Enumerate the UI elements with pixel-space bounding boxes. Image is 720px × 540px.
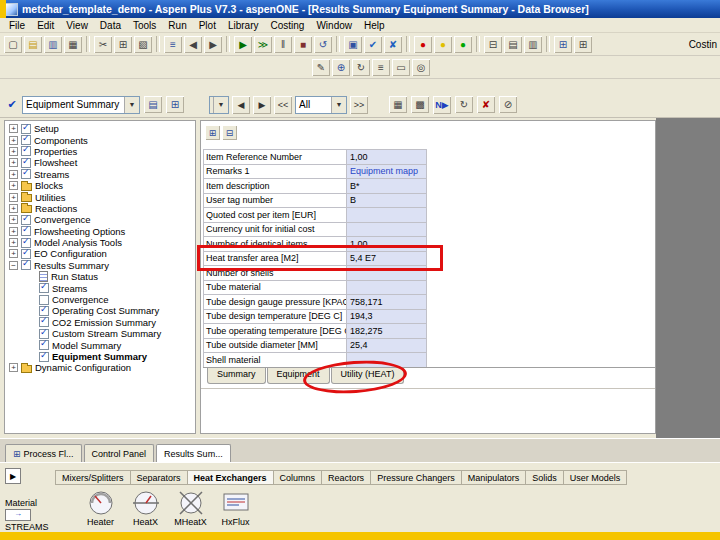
paste-icon[interactable]: ▧ <box>134 36 152 53</box>
stream-format-icon[interactable]: ⊟ <box>222 125 237 140</box>
menu-window[interactable]: Window <box>310 20 358 31</box>
run-icon[interactable]: ▶ <box>234 36 252 53</box>
menu-tools[interactable]: Tools <box>127 20 162 31</box>
tree-item-eo-configuration[interactable]: +EO Configuration <box>5 248 195 259</box>
palette-tab-columns[interactable]: Columns <box>274 470 323 485</box>
tree-item-blocks[interactable]: +Blocks <box>5 180 195 191</box>
expand-toggle-icon[interactable]: + <box>9 227 18 236</box>
expand-toggle-icon[interactable]: + <box>9 215 18 224</box>
chevron-down-icon[interactable]: ▼ <box>331 97 346 113</box>
tree-item-flowsheet[interactable]: +Flowsheet <box>5 157 195 168</box>
row-value[interactable]: 194,3 <box>347 310 427 325</box>
data-browser-icon[interactable]: ≡ <box>164 36 182 53</box>
open-icon[interactable]: ▤ <box>24 36 42 53</box>
palette-tab-user-models[interactable]: User Models <box>564 470 628 485</box>
row-value[interactable] <box>347 281 427 296</box>
tree-item-co2-emission-summary[interactable]: CO2 Emission Summary <box>5 317 195 328</box>
zoom-icon[interactable]: ◎ <box>412 59 430 76</box>
tree-item-results-summary[interactable]: −Results Summary <box>5 260 195 271</box>
tree-item-convergence[interactable]: Convergence <box>5 294 195 305</box>
tree-item-model-analysis-tools[interactable]: +Model Analysis Tools <box>5 237 195 248</box>
row-value[interactable] <box>347 223 427 238</box>
reconcile-icon[interactable]: ↻ <box>455 96 473 113</box>
control-panel-icon[interactable]: ▣ <box>344 36 362 53</box>
next-required-input-button[interactable]: N▶ <box>433 96 451 114</box>
palette-tab-manipulators[interactable]: Manipulators <box>462 470 527 485</box>
form-tab-summary[interactable]: Summary <box>207 368 266 384</box>
align-icon[interactable]: ≡ <box>372 59 390 76</box>
expand-toggle-icon[interactable]: + <box>9 124 18 133</box>
expand-toggle-icon[interactable]: − <box>9 261 18 270</box>
chevron-down-icon[interactable]: ▼ <box>124 97 139 113</box>
tree-item-reactions[interactable]: +Reactions <box>5 203 195 214</box>
flowsheet-icon[interactable]: ⊟ <box>484 36 502 53</box>
material-streams-selector[interactable]: Material → STREAMS <box>5 498 55 532</box>
delete-icon[interactable]: ✘ <box>477 96 495 113</box>
tree-item-streams[interactable]: Streams <box>5 282 195 293</box>
tree-item-equipment-summary[interactable]: Equipment Summary <box>5 351 195 362</box>
expand-toggle-icon[interactable]: + <box>9 181 18 190</box>
menu-view[interactable]: View <box>60 20 94 31</box>
menu-run[interactable]: Run <box>162 20 192 31</box>
item-filter-combo[interactable]: All ▼ <box>295 96 347 114</box>
report-icon[interactable]: ▥ <box>524 36 542 53</box>
select-mode-button[interactable]: ▶ <box>5 468 21 484</box>
insert-block-icon[interactable]: ⊕ <box>332 59 350 76</box>
row-value[interactable]: 182,275 <box>347 324 427 339</box>
menu-plot[interactable]: Plot <box>193 20 222 31</box>
row-value[interactable] <box>347 208 427 223</box>
menu-file[interactable]: File <box>3 20 31 31</box>
copy-icon[interactable]: ⊞ <box>114 36 132 53</box>
tree-item-components[interactable]: +Components <box>5 134 195 145</box>
status-wait-icon[interactable]: ● <box>434 36 452 53</box>
status-go-icon[interactable]: ● <box>454 36 472 53</box>
step-icon[interactable]: ≫ <box>254 36 272 53</box>
menu-edit[interactable]: Edit <box>31 20 60 31</box>
prev-form-icon[interactable]: ◀ <box>184 36 202 53</box>
tree-item-dynamic-configuration[interactable]: +Dynamic Configuration <box>5 362 195 373</box>
palette-tab-separators[interactable]: Separators <box>131 470 188 485</box>
tree-item-custom-stream-summary[interactable]: Custom Stream Summary <box>5 328 195 339</box>
prev-sheet-button[interactable]: ◀ <box>232 96 250 114</box>
palette-tab-mixers-splitters[interactable]: Mixers/Splitters <box>55 470 131 485</box>
tree-item-operating-cost-summary[interactable]: Operating Cost Summary <box>5 305 195 316</box>
window-tab-control-panel[interactable]: Control Panel <box>84 444 155 462</box>
expand-toggle-icon[interactable]: + <box>9 204 18 213</box>
pause-icon[interactable]: ‖ <box>274 36 292 53</box>
print-icon[interactable]: ▦ <box>64 36 82 53</box>
save-icon[interactable]: ▥ <box>44 36 62 53</box>
expand-toggle-icon[interactable]: + <box>9 147 18 156</box>
expand-toggle-icon[interactable]: + <box>9 249 18 258</box>
menu-library[interactable]: Library <box>222 20 265 31</box>
expand-toggle-icon[interactable]: + <box>9 136 18 145</box>
row-value[interactable]: B* <box>347 179 427 194</box>
tree-item-convergence[interactable]: +Convergence <box>5 214 195 225</box>
window-tab-results-sum[interactable]: Results Sum... <box>156 444 231 462</box>
history-icon[interactable]: ▤ <box>504 36 522 53</box>
row-value[interactable]: Equipment mapp <box>347 165 427 180</box>
status-stop-icon[interactable]: ● <box>414 36 432 53</box>
palette-tab-solids[interactable]: Solids <box>526 470 564 485</box>
expand-toggle-icon[interactable]: + <box>9 193 18 202</box>
stop-icon[interactable]: ■ <box>294 36 312 53</box>
model-heatx[interactable]: HeatX <box>123 487 168 527</box>
menu-costing[interactable]: Costing <box>265 20 311 31</box>
cancel-run-icon[interactable]: ✘ <box>384 36 402 53</box>
row-value[interactable]: 1,00 <box>347 150 427 165</box>
tree-item-utilities[interactable]: +Utilities <box>5 191 195 202</box>
tree-item-properties[interactable]: +Properties <box>5 146 195 157</box>
tree-item-streams[interactable]: +Streams <box>5 169 195 180</box>
tree-item-setup[interactable]: +Setup <box>5 123 195 134</box>
tree-item-flowsheeting-options[interactable]: +Flowsheeting Options <box>5 226 195 237</box>
menu-help[interactable]: Help <box>358 20 391 31</box>
tree-item-run-status[interactable]: Run Status <box>5 271 195 282</box>
model-mheatx[interactable]: MHeatX <box>168 487 213 527</box>
costing-grid-icon[interactable]: ⊞ <box>554 36 572 53</box>
table-format-icon[interactable]: ⊞ <box>205 125 220 140</box>
check-results-icon[interactable]: ✔ <box>364 36 382 53</box>
hide-icon[interactable]: ⊘ <box>499 96 517 113</box>
expand-toggle-icon[interactable]: + <box>9 158 18 167</box>
row-value[interactable]: 758,171 <box>347 295 427 310</box>
menu-data[interactable]: Data <box>94 20 127 31</box>
draw-icon[interactable]: ✎ <box>312 59 330 76</box>
